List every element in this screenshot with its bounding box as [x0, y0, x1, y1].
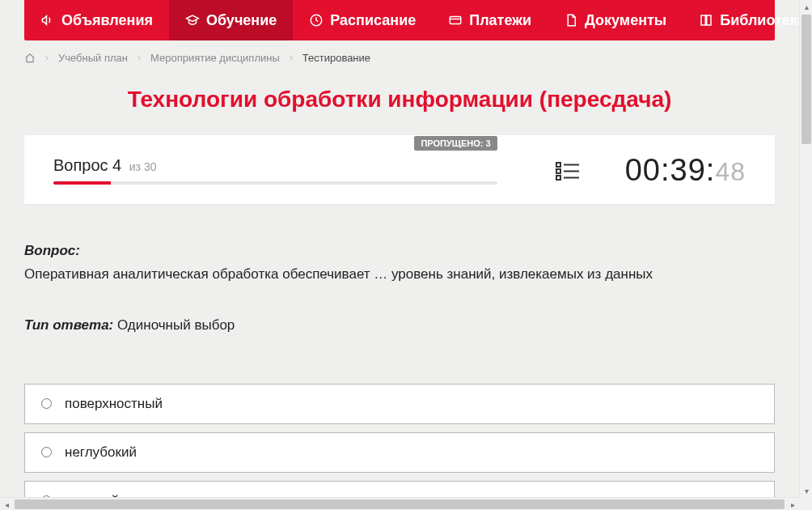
nav-label: Документы: [585, 12, 666, 29]
question-word: Вопрос: [53, 156, 108, 174]
scroll-thumb-horizontal[interactable]: [15, 499, 785, 509]
progress-bar: [53, 181, 497, 185]
scroll-down-arrow[interactable]: ▾: [800, 484, 812, 497]
breadcrumb-sep: [136, 55, 142, 62]
nav-item-schedule[interactable]: Расписание: [293, 0, 432, 40]
nav-label: Расписание: [330, 12, 416, 29]
graduation-icon: [185, 13, 200, 28]
nav-label: Объявления: [61, 12, 153, 29]
nav-item-documents[interactable]: Документы: [548, 0, 683, 40]
vertical-scrollbar[interactable]: ▴ ▾: [799, 0, 812, 497]
nav-label: Платежи: [469, 12, 531, 29]
breadcrumb-sep: [288, 55, 294, 62]
option-item[interactable]: скрытый: [24, 481, 775, 497]
scroll-up-arrow[interactable]: ▴: [800, 0, 812, 13]
options-list: поверхностный неглубокий скрытый: [24, 384, 775, 497]
breadcrumb: Учебный план Мероприятие дисциплины Тест…: [24, 40, 775, 75]
option-radio[interactable]: [41, 398, 52, 409]
doc-icon: [564, 13, 578, 28]
option-label: поверхностный: [65, 396, 163, 412]
scroll-corner: [799, 497, 812, 510]
breadcrumb-link-plan[interactable]: Учебный план: [58, 52, 128, 64]
breadcrumb-home[interactable]: [24, 53, 36, 64]
nav-label: Обучение: [206, 12, 277, 29]
skipped-badge: ПРОПУЩЕНО: 3: [414, 136, 497, 151]
svg-rect-6: [556, 176, 560, 180]
scroll-left-arrow[interactable]: ◂: [0, 498, 13, 510]
status-card: Вопрос 4 из 30 ПРОПУЩЕНО: 3: [24, 135, 775, 204]
breadcrumb-sep: [44, 55, 50, 62]
svg-rect-1: [450, 17, 461, 24]
nav-item-library[interactable]: Библиотека: [683, 0, 799, 40]
svg-rect-4: [556, 169, 560, 173]
megaphone-icon: [40, 13, 55, 28]
nav-item-learning[interactable]: Обучение: [169, 0, 293, 40]
timer-minutes: 00: [625, 153, 661, 188]
svg-rect-2: [556, 163, 560, 167]
option-item[interactable]: неглубокий: [24, 432, 775, 473]
question-counter: Вопрос 4: [53, 156, 126, 174]
timer-seconds: 39: [670, 153, 706, 188]
book-icon: [699, 13, 713, 28]
horizontal-scrollbar[interactable]: ◂ ▸: [0, 497, 799, 510]
card-icon: [448, 13, 463, 28]
nav-label: Библиотека: [720, 12, 799, 29]
question-number: 4: [112, 156, 121, 174]
question-block: Вопрос: Оперативная аналитическая обрабо…: [24, 240, 775, 337]
timer-centiseconds: 48: [715, 157, 746, 187]
answer-type-label: Тип ответа:: [24, 317, 113, 333]
breadcrumb-current: Тестирование: [302, 52, 370, 64]
list-icon: [556, 160, 580, 181]
page-title: Технологии обработки информации (пересда…: [24, 87, 775, 113]
clock-icon: [309, 13, 324, 28]
option-item[interactable]: поверхностный: [24, 384, 775, 424]
nav-item-announcements[interactable]: Объявления: [24, 0, 169, 40]
question-heading: Вопрос:: [24, 240, 775, 261]
question-list-button[interactable]: [556, 160, 580, 181]
answer-type-value: Одиночный выбор: [117, 317, 235, 333]
timer: 00:39:48: [625, 153, 746, 188]
scroll-thumb-vertical[interactable]: [801, 15, 811, 144]
home-icon: [24, 53, 36, 64]
question-text: Оперативная аналитическая обработка обес…: [24, 263, 775, 285]
option-radio[interactable]: [41, 447, 52, 457]
progress-fill: [53, 181, 111, 185]
scroll-right-arrow[interactable]: ▸: [786, 498, 799, 510]
option-label: неглубокий: [65, 444, 137, 461]
main-nav: Объявления Обучение Расписание Платежи Д…: [24, 0, 775, 40]
question-total: из 30: [129, 160, 157, 173]
nav-item-payments[interactable]: Платежи: [432, 0, 548, 40]
breadcrumb-link-event[interactable]: Мероприятие дисциплины: [150, 52, 280, 64]
